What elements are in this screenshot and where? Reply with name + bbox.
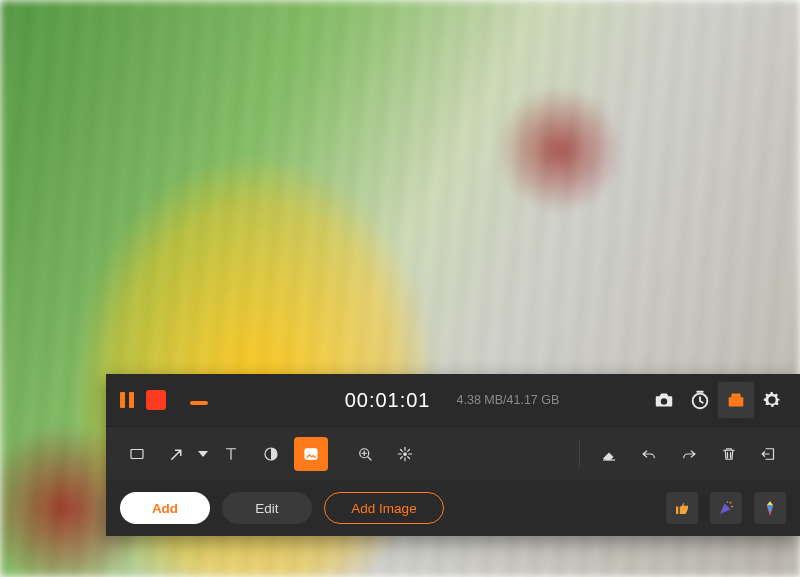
- confetti-icon: [717, 499, 735, 517]
- camera-button[interactable]: [646, 382, 682, 418]
- svg-point-8: [731, 506, 733, 508]
- svg-point-4: [308, 451, 310, 453]
- camera-icon: [653, 389, 675, 411]
- text-icon: [222, 445, 240, 463]
- focus-icon: [396, 445, 414, 463]
- sticker-diamond[interactable]: [754, 492, 786, 524]
- toolbar: [106, 426, 800, 480]
- contrast-tool[interactable]: [254, 437, 288, 471]
- arrow-options-dropdown[interactable]: [198, 451, 208, 457]
- sticker-thumbs-up[interactable]: [666, 492, 698, 524]
- settings-button[interactable]: [754, 382, 790, 418]
- undo-button[interactable]: [632, 437, 666, 471]
- recorder-panel: 00:01:01 4.38 MB/41.17 GB: [106, 374, 800, 536]
- toolbox-button[interactable]: [718, 382, 754, 418]
- arrow-icon: [168, 445, 186, 463]
- sticker-confetti[interactable]: [710, 492, 742, 524]
- stop-button[interactable]: [146, 390, 166, 410]
- diamond-icon: [761, 499, 779, 517]
- redo-button[interactable]: [672, 437, 706, 471]
- toolbox-icon: [725, 389, 747, 411]
- clock-icon: [689, 389, 711, 411]
- top-bar: 00:01:01 4.38 MB/41.17 GB: [106, 374, 800, 426]
- svg-rect-1: [131, 449, 143, 458]
- size-status: 4.38 MB/41.17 GB: [457, 393, 560, 407]
- svg-point-7: [730, 502, 732, 504]
- action-bar: Add Edit Add Image: [106, 480, 800, 536]
- edit-button[interactable]: Edit: [222, 492, 312, 524]
- add-button[interactable]: Add: [120, 492, 210, 524]
- rectangle-tool[interactable]: [120, 437, 154, 471]
- focus-tool[interactable]: [388, 437, 422, 471]
- add-image-button[interactable]: Add Image: [324, 492, 444, 524]
- redo-icon: [680, 445, 698, 463]
- text-tool[interactable]: [214, 437, 248, 471]
- delete-button[interactable]: [712, 437, 746, 471]
- schedule-button[interactable]: [682, 382, 718, 418]
- thumbs-up-icon: [673, 499, 691, 517]
- rectangle-icon: [128, 445, 146, 463]
- svg-point-6: [403, 452, 407, 456]
- export-button[interactable]: [752, 437, 786, 471]
- image-icon: [302, 445, 320, 463]
- minimize-button[interactable]: [190, 401, 208, 405]
- export-icon: [760, 445, 778, 463]
- arrow-tool[interactable]: [160, 437, 194, 471]
- image-tool[interactable]: [294, 437, 328, 471]
- gear-icon: [761, 389, 783, 411]
- zoom-icon: [356, 445, 374, 463]
- contrast-icon: [262, 445, 280, 463]
- undo-icon: [640, 445, 658, 463]
- pause-button[interactable]: [116, 389, 138, 411]
- trash-icon: [720, 445, 738, 463]
- zoom-tool[interactable]: [348, 437, 382, 471]
- svg-point-9: [727, 501, 729, 503]
- timer-display: 00:01:01: [345, 389, 431, 412]
- toolbar-divider: [579, 441, 580, 467]
- erase-icon: [600, 445, 618, 463]
- erase-tool[interactable]: [592, 437, 626, 471]
